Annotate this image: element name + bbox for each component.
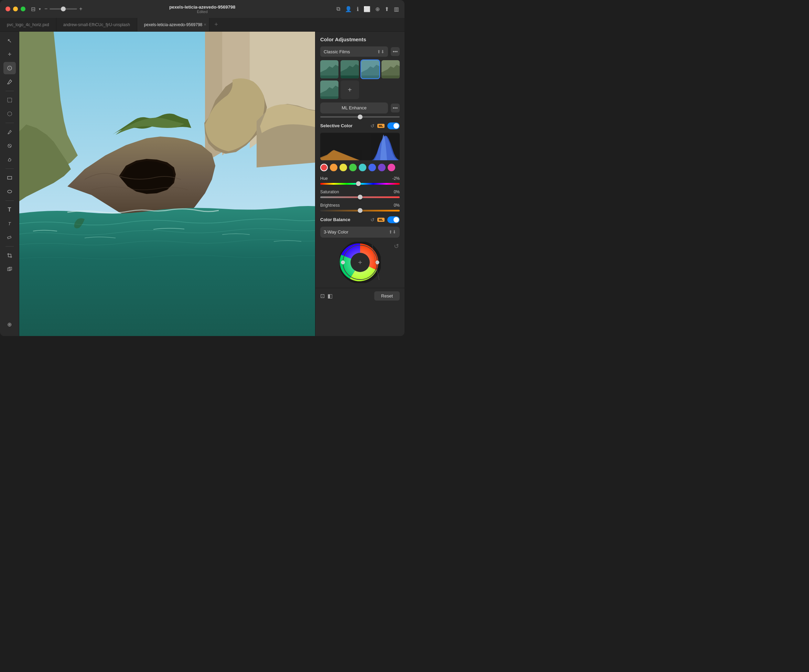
tool-text-path[interactable]: T bbox=[3, 217, 16, 230]
tool-adjustment[interactable] bbox=[3, 62, 16, 74]
tab-pvc-logo[interactable]: pvc_logo_4c_horiz.pxd bbox=[0, 18, 56, 31]
filter-thumb-4[interactable] bbox=[381, 60, 400, 79]
sidebar-toggle-chevron[interactable]: ▾ bbox=[39, 7, 41, 11]
tab-pexels-leticia[interactable]: pexels-leticia-azevedo-9569798 ✕ bbox=[137, 18, 210, 31]
tool-more[interactable]: ⊕ bbox=[3, 318, 16, 330]
saturation-value: 0% bbox=[394, 189, 400, 194]
toggle-knob bbox=[393, 123, 399, 129]
selective-color-label: Selective Color bbox=[320, 123, 368, 128]
reset-button[interactable]: Reset bbox=[374, 291, 400, 301]
sidebar-toggle-icon[interactable]: ⊟ bbox=[31, 6, 35, 12]
saturation-slider-row: Saturation 0% bbox=[320, 189, 400, 198]
tool-text[interactable]: T bbox=[3, 204, 16, 216]
svg-rect-23 bbox=[361, 60, 379, 79]
preview-icon[interactable]: ⊡ bbox=[320, 293, 325, 299]
tab-close-icon[interactable]: ✕ bbox=[204, 23, 206, 27]
swatch-blue[interactable] bbox=[368, 164, 376, 171]
tool-crop[interactable] bbox=[3, 249, 16, 262]
share-chevron-icon[interactable]: ⊕ bbox=[375, 6, 380, 12]
color-mode-select[interactable]: 3-Way Color ⬆⬇ bbox=[320, 227, 400, 238]
export-icon[interactable]: ⬆ bbox=[384, 6, 389, 12]
color-balance-toggle-knob bbox=[393, 217, 399, 223]
hue-slider-thumb[interactable] bbox=[356, 181, 361, 186]
tool-bucket[interactable] bbox=[3, 153, 16, 166]
swatch-yellow[interactable] bbox=[339, 164, 347, 171]
panel-title: Color Adjustments bbox=[320, 37, 400, 42]
tab-andrew-small[interactable]: andrew-small-EfhCUc_fjrU-unsplash bbox=[56, 18, 137, 31]
swatch-red[interactable] bbox=[320, 164, 328, 171]
color-mode-label: 3-Way Color bbox=[324, 230, 348, 235]
filter-select[interactable]: Classic Films ⬆⬇ bbox=[320, 47, 388, 57]
tool-rect-select[interactable] bbox=[3, 94, 16, 106]
svg-point-34 bbox=[376, 261, 379, 264]
filter-thumbnails: + bbox=[320, 60, 400, 99]
filter-add-button[interactable]: + bbox=[341, 80, 359, 99]
tool-ellipse-shape[interactable] bbox=[3, 185, 16, 198]
filter-thumb-1[interactable] bbox=[320, 60, 339, 79]
brightness-slider-thumb[interactable] bbox=[358, 208, 363, 213]
selective-color-toggle[interactable] bbox=[387, 122, 400, 129]
color-balance-ml-badge: ML bbox=[377, 218, 384, 222]
filter-thumb-3[interactable] bbox=[361, 60, 379, 79]
filter-thumb-2[interactable] bbox=[341, 60, 359, 79]
color-wheel[interactable] bbox=[339, 242, 381, 283]
color-balance-reset-icon[interactable]: ↺ bbox=[371, 217, 374, 223]
color-balance-label: Color Balance bbox=[320, 217, 368, 222]
filter-thumb-5[interactable] bbox=[320, 80, 339, 99]
zoom-plus-icon[interactable]: + bbox=[79, 6, 82, 12]
tool-arrow[interactable]: ↖ bbox=[3, 34, 16, 47]
color-balance-header: Color Balance ↺ ML bbox=[320, 216, 400, 223]
zoom-minus-icon[interactable]: − bbox=[44, 6, 47, 12]
swatch-orange[interactable] bbox=[330, 164, 337, 171]
brightness-slider-track[interactable] bbox=[320, 210, 400, 211]
close-button[interactable] bbox=[5, 7, 10, 11]
hue-label: Hue bbox=[320, 176, 328, 181]
sidebar-right-icon[interactable]: ▥ bbox=[394, 6, 399, 12]
tab-add-button[interactable]: + bbox=[210, 18, 223, 31]
color-wheel-reset-icon[interactable]: ↺ bbox=[394, 243, 399, 250]
zoom-slider[interactable] bbox=[50, 8, 77, 10]
swatch-pink[interactable] bbox=[388, 164, 395, 171]
filter-select-text: Classic Films bbox=[324, 49, 377, 54]
hue-value: -2% bbox=[393, 176, 400, 181]
svg-point-2 bbox=[9, 67, 10, 69]
saturation-slider-thumb[interactable] bbox=[358, 194, 363, 199]
tool-paint[interactable] bbox=[3, 75, 16, 88]
color-balance-toggle[interactable] bbox=[387, 216, 400, 223]
tool-smudge[interactable] bbox=[3, 140, 16, 152]
info-icon[interactable]: ℹ bbox=[357, 6, 359, 12]
ml-enhance-slider[interactable] bbox=[320, 116, 400, 117]
ml-enhance-slider-thumb[interactable] bbox=[358, 114, 363, 119]
swatch-purple[interactable] bbox=[378, 164, 386, 171]
tool-clone[interactable] bbox=[3, 263, 16, 275]
tool-pencil[interactable] bbox=[3, 126, 16, 138]
selective-color-reset-icon[interactable]: ↺ bbox=[371, 123, 374, 129]
svg-point-4 bbox=[8, 112, 12, 116]
ml-enhance-button[interactable]: ML Enhance bbox=[320, 102, 388, 114]
tool-rect-shape[interactable] bbox=[3, 172, 16, 184]
saturation-slider-track[interactable] bbox=[320, 196, 400, 198]
histogram bbox=[320, 133, 400, 160]
tool-move[interactable]: ✛ bbox=[3, 48, 16, 60]
layout-icon[interactable]: ⬜ bbox=[364, 6, 371, 12]
tool-ellipse-select[interactable] bbox=[3, 108, 16, 120]
tab-label: pexels-leticia-azevedo-9569798 bbox=[144, 22, 202, 27]
saturation-slider-header: Saturation 0% bbox=[320, 189, 400, 194]
brightness-slider-row: Brightness 0% bbox=[320, 203, 400, 211]
tool-eraser[interactable] bbox=[3, 231, 16, 243]
person-icon[interactable]: 👤 bbox=[345, 6, 352, 12]
hue-slider-track[interactable] bbox=[320, 183, 400, 185]
bottom-left-controls: ⊡ ◧ bbox=[320, 293, 332, 299]
zoom-thumb[interactable] bbox=[61, 7, 66, 11]
screen-icon[interactable]: ⧉ bbox=[336, 6, 340, 12]
zoom-control: − + bbox=[44, 6, 82, 12]
ml-enhance-more-button[interactable]: ••• bbox=[391, 104, 400, 112]
compare-icon[interactable]: ◧ bbox=[327, 293, 332, 299]
maximize-button[interactable] bbox=[21, 7, 25, 11]
traffic-lights bbox=[5, 7, 25, 11]
swatch-cyan[interactable] bbox=[359, 164, 366, 171]
swatch-green[interactable] bbox=[349, 164, 357, 171]
brightness-slider-header: Brightness 0% bbox=[320, 203, 400, 208]
minimize-button[interactable] bbox=[13, 7, 18, 11]
filter-more-button[interactable]: ••• bbox=[391, 47, 400, 56]
